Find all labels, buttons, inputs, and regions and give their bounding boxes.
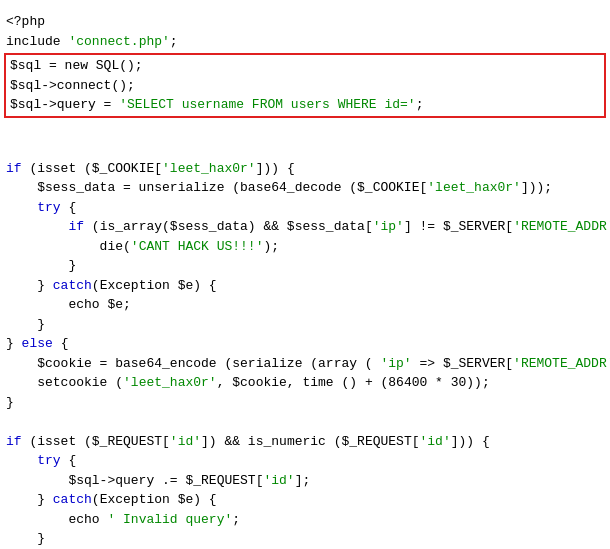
code-line-8: try { <box>0 198 610 218</box>
empty-line-2 <box>0 139 610 159</box>
code-line-23: echo ' Invalid query'; <box>0 510 610 530</box>
code-editor: <?php include 'connect.php'; $sql = new … <box>0 8 610 549</box>
code-line-24: } <box>0 529 610 549</box>
code-line-13: echo $e; <box>0 295 610 315</box>
empty-line-3 <box>0 412 610 432</box>
code-line-16: $cookie = base64_encode (serialize (arra… <box>0 354 610 374</box>
code-line-22: } catch(Exception $e) { <box>0 490 610 510</box>
code-line-6: if (isset ($_COOKIE['leet_hax0r'])) { <box>0 159 610 179</box>
code-line-21: $sql->query .= $_REQUEST['id']; <box>0 471 610 491</box>
code-line-15: } else { <box>0 334 610 354</box>
empty-line-1 <box>0 120 610 140</box>
code-line-14: } <box>0 315 610 335</box>
code-line-4: $sql->connect(); <box>8 76 602 96</box>
code-line-12: } catch(Exception $e) { <box>0 276 610 296</box>
code-line-1: <?php <box>0 12 610 32</box>
code-line-3: $sql = new SQL(); <box>8 56 602 76</box>
highlighted-code-block: $sql = new SQL(); $sql->connect(); $sql-… <box>4 53 606 118</box>
code-line-10: die('CANT HACK US!!!'); <box>0 237 610 257</box>
code-line-7: $sess_data = unserialize (base64_decode … <box>0 178 610 198</box>
code-line-9: if (is_array($sess_data) && $sess_data['… <box>0 217 610 237</box>
code-line-19: if (isset ($_REQUEST['id']) && is_numeri… <box>0 432 610 452</box>
code-line-18: } <box>0 393 610 413</box>
code-line-11: } <box>0 256 610 276</box>
code-line-5: $sql->query = 'SELECT username FROM user… <box>8 95 602 115</box>
code-line-2: include 'connect.php'; <box>0 32 610 52</box>
code-line-20: try { <box>0 451 610 471</box>
code-line-17: setcookie ('leet_hax0r', $cookie, time (… <box>0 373 610 393</box>
